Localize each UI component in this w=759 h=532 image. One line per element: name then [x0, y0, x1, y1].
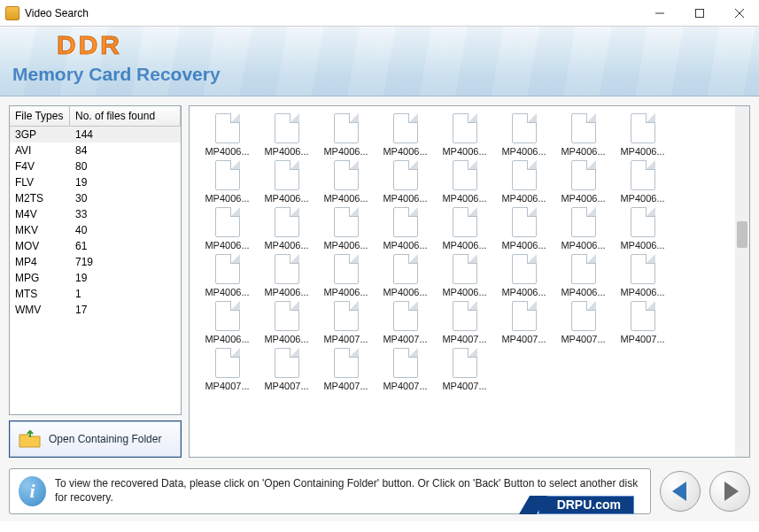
file-label: MP4006...	[495, 287, 553, 297]
filetype-cell: WMV	[10, 303, 70, 317]
file-item[interactable]: MP4007...	[495, 301, 553, 344]
filetype-row[interactable]: F4V80	[10, 158, 181, 174]
file-label: MP4007...	[614, 334, 671, 344]
filetype-row[interactable]: M4V33	[10, 206, 181, 222]
file-icon	[453, 301, 477, 331]
scrollbar[interactable]	[735, 106, 749, 457]
file-icon	[334, 207, 359, 237]
file-label: MP4006...	[198, 334, 256, 344]
file-item[interactable]: MP4007...	[317, 348, 375, 391]
open-containing-folder-button[interactable]: Open Containing Folder	[9, 420, 182, 458]
file-item[interactable]: MP4006...	[554, 113, 612, 157]
file-icon	[334, 113, 359, 143]
file-label: MP4006...	[495, 146, 553, 157]
back-button[interactable]	[660, 471, 701, 512]
close-button[interactable]	[719, 0, 759, 27]
file-icon	[453, 113, 477, 143]
file-item[interactable]: MP4006...	[198, 254, 256, 297]
file-label: MP4007...	[376, 334, 434, 344]
file-item[interactable]: MP4006...	[317, 207, 375, 251]
filetype-row[interactable]: WMV17	[10, 302, 181, 318]
filetype-row[interactable]: MOV61	[10, 238, 181, 254]
drpu-label: DRPU.com	[538, 496, 634, 514]
titlebar: Video Search	[0, 0, 759, 27]
file-item[interactable]: MP4006...	[436, 207, 493, 251]
filetype-row[interactable]: MPG19	[10, 270, 181, 286]
close-icon	[735, 9, 744, 18]
file-item[interactable]: MP4007...	[554, 301, 612, 344]
filetype-row[interactable]: MTS1	[10, 286, 181, 302]
file-label: MP4006...	[376, 146, 434, 157]
forward-button[interactable]	[709, 471, 750, 512]
file-label: MP4007...	[198, 381, 256, 391]
file-item[interactable]: MP4006...	[258, 160, 315, 204]
file-icon	[453, 207, 477, 237]
file-icon	[631, 207, 655, 237]
filetype-row[interactable]: AVI84	[10, 143, 181, 158]
file-item[interactable]: MP4006...	[258, 301, 315, 344]
file-item[interactable]: MP4006...	[436, 254, 493, 297]
file-item[interactable]: MP4007...	[376, 348, 434, 391]
file-item[interactable]: MP4006...	[317, 160, 375, 204]
file-icon	[631, 160, 655, 190]
file-item[interactable]: MP4007...	[436, 301, 493, 344]
file-item[interactable]: MP4006...	[495, 160, 553, 204]
file-item[interactable]: MP4006...	[436, 113, 493, 157]
filetype-cell: F4V	[10, 159, 70, 173]
file-item[interactable]: MP4006...	[198, 113, 256, 157]
header-count[interactable]: No. of files found	[70, 106, 181, 126]
file-item[interactable]: MP4006...	[376, 113, 434, 157]
file-item[interactable]: MP4007...	[376, 301, 434, 344]
filetype-row[interactable]: M2TS30	[10, 190, 181, 206]
file-item[interactable]: MP4006...	[554, 207, 612, 251]
file-item[interactable]: MP4006...	[376, 254, 434, 297]
filetype-row[interactable]: MKV40	[10, 222, 181, 238]
file-item[interactable]: MP4006...	[376, 160, 434, 204]
file-item[interactable]: MP4007...	[258, 348, 315, 391]
file-item[interactable]: MP4006...	[198, 207, 256, 251]
file-item[interactable]: MP4006...	[495, 254, 553, 297]
file-label: MP4006...	[258, 193, 315, 204]
minimize-button[interactable]	[639, 0, 679, 27]
filetype-table-body: 3GP144AVI84F4V80FLV19M2TS30M4V33MKV40MOV…	[10, 127, 181, 318]
filetype-row[interactable]: 3GP144	[10, 127, 181, 143]
filetype-table-header: File Types No. of files found	[10, 106, 181, 127]
file-item[interactable]: MP4006...	[317, 113, 375, 157]
file-item[interactable]: MP4006...	[198, 301, 256, 344]
file-item[interactable]: MP4006...	[554, 160, 612, 204]
file-icon	[571, 301, 596, 331]
file-item[interactable]: MP4006...	[614, 113, 671, 157]
file-item[interactable]: MP4006...	[495, 113, 553, 157]
file-item[interactable]: MP4006...	[614, 207, 671, 251]
file-icon	[571, 207, 596, 237]
file-label: MP4007...	[554, 334, 612, 344]
file-item[interactable]: MP4006...	[495, 207, 553, 251]
file-item[interactable]: MP4006...	[614, 254, 671, 297]
file-item[interactable]: MP4006...	[317, 254, 375, 297]
file-icon	[571, 160, 596, 190]
file-item[interactable]: MP4006...	[554, 254, 612, 297]
header-filetypes[interactable]: File Types	[10, 106, 70, 126]
maximize-icon	[695, 9, 704, 18]
file-item[interactable]: MP4006...	[436, 160, 493, 204]
file-item[interactable]: MP4006...	[258, 207, 315, 251]
file-item[interactable]: MP4007...	[614, 301, 671, 344]
file-item[interactable]: MP4006...	[198, 160, 256, 204]
scrollbar-thumb[interactable]	[737, 221, 747, 248]
file-item[interactable]: MP4006...	[614, 160, 671, 204]
file-item[interactable]: MP4006...	[258, 254, 315, 297]
count-cell: 19	[70, 175, 181, 189]
drpu-badge[interactable]: DRPU.com	[524, 496, 634, 514]
file-item[interactable]: MP4007...	[198, 348, 256, 391]
filetype-row[interactable]: MP4719	[10, 254, 181, 270]
file-item[interactable]: MP4007...	[436, 348, 493, 391]
file-icon	[512, 301, 537, 331]
file-item[interactable]: MP4007...	[317, 301, 375, 344]
maximize-button[interactable]	[679, 0, 719, 27]
file-grid[interactable]: MP4006...MP4006...MP4006...MP4006...MP40…	[190, 106, 735, 457]
file-label: MP4007...	[436, 381, 493, 391]
filetype-row[interactable]: FLV19	[10, 174, 181, 190]
file-item[interactable]: MP4006...	[376, 207, 434, 251]
count-cell: 40	[70, 223, 181, 237]
file-item[interactable]: MP4006...	[258, 113, 315, 157]
